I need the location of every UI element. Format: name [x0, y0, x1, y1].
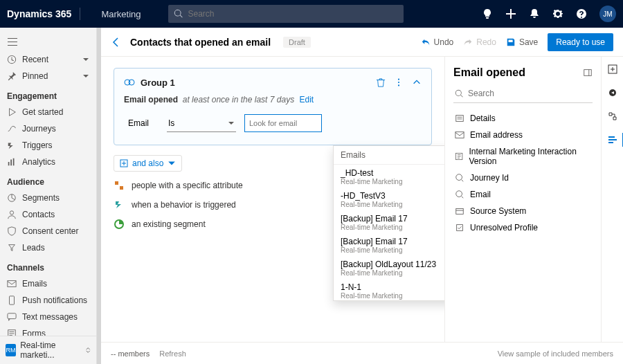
- module-name[interactable]: Marketing: [101, 9, 141, 19]
- email-dropdown: Emails _HD-testReal-time Marketing-HD_Te…: [333, 145, 444, 301]
- svg-point-19: [456, 174, 462, 181]
- section-audience: Audience: [0, 170, 96, 190]
- dropdown-item[interactable]: 1-N-1Real-time Marketing: [334, 279, 444, 300]
- add-pane-icon[interactable]: [607, 64, 618, 75]
- hamburger-icon[interactable]: [0, 32, 96, 51]
- push-icon: [7, 295, 17, 305]
- clock-icon: [7, 55, 17, 64]
- redo-icon: [463, 37, 473, 47]
- sidebar-item-analytics[interactable]: Analytics: [0, 154, 96, 170]
- gear-icon[interactable]: [552, 8, 563, 19]
- dropdown-item[interactable]: -HD_TestV3Real-time Marketing: [334, 188, 444, 210]
- panel-attribute-item[interactable]: Email address: [453, 127, 593, 143]
- dropdown-item[interactable]: [Backup] Email 17Real-time Marketing: [334, 210, 444, 233]
- svg-point-8: [398, 79, 399, 80]
- sidebar-item-get-started[interactable]: Get started: [0, 104, 96, 120]
- panel-attribute-item[interactable]: Email: [453, 186, 593, 203]
- undo-button[interactable]: Undo: [421, 37, 454, 47]
- status-badge: Draft: [283, 37, 311, 48]
- back-button[interactable]: [111, 37, 122, 48]
- expand-icon[interactable]: [583, 68, 593, 78]
- sidebar-item-text[interactable]: Text messages: [0, 309, 96, 325]
- save-button[interactable]: Save: [506, 37, 538, 47]
- panel-attribute-item[interactable]: Journey Id: [453, 170, 593, 186]
- panel-attribute-item[interactable]: Internal Marketing Interaction Version: [453, 143, 593, 170]
- group-icon: [124, 77, 135, 88]
- sms-icon: [7, 312, 17, 322]
- sidebar-item-triggers[interactable]: Triggers: [0, 137, 96, 154]
- behavior-icon: [114, 199, 125, 210]
- sidebar-item-contacts[interactable]: Contacts: [0, 206, 96, 223]
- attr-label: Email: [128, 118, 159, 128]
- dropdown-item[interactable]: [Backup] Email 17Real-time Marketing: [334, 233, 444, 256]
- elements-icon[interactable]: [607, 87, 618, 98]
- chevron-down-icon: [168, 159, 176, 167]
- bell-icon[interactable]: [529, 8, 540, 19]
- panel-search-input[interactable]: [468, 89, 591, 98]
- person-icon: [7, 210, 17, 219]
- search-icon: [174, 9, 183, 19]
- properties-icon[interactable]: [607, 134, 618, 145]
- operator-select[interactable]: Is: [167, 114, 236, 132]
- play-icon: [7, 107, 17, 117]
- svg-rect-5: [8, 330, 16, 336]
- group-card: Group 1 Email opened at least once in th…: [114, 68, 432, 145]
- sidebar-item-push[interactable]: Push notifications: [0, 292, 96, 309]
- plus-icon[interactable]: [505, 8, 516, 19]
- panel-title: Email opened: [453, 66, 525, 79]
- journey-icon: [7, 124, 17, 134]
- pin-icon: [7, 71, 17, 81]
- ready-to-use-button[interactable]: Ready to use: [548, 33, 613, 51]
- refresh-link[interactable]: Refresh: [159, 349, 186, 358]
- dropdown-item[interactable]: _HD-testReal-time Marketing: [334, 165, 444, 188]
- lightbulb-icon[interactable]: [482, 8, 493, 19]
- dropdown-item[interactable]: [Backup] OldLayout 11/23Real-time Market…: [334, 256, 444, 279]
- right-panel: Email opened DetailsEmail addressInterna…: [444, 57, 601, 342]
- sidebar-item-recent[interactable]: Recent: [0, 51, 96, 68]
- help-icon[interactable]: [576, 8, 587, 19]
- segment-icon: [114, 219, 125, 230]
- panel-attribute-item[interactable]: Unresolved Profile: [453, 219, 593, 236]
- sidebar-item-forms[interactable]: Forms: [0, 325, 96, 336]
- add-block-icon: [120, 159, 128, 167]
- leads-icon: [7, 243, 17, 253]
- sidebar-item-pinned[interactable]: Pinned: [0, 68, 96, 84]
- global-search-input[interactable]: [188, 9, 398, 19]
- section-channels: Channels: [0, 256, 96, 275]
- collapse-icon[interactable]: [412, 78, 422, 87]
- sidebar-item-consent[interactable]: Consent center: [0, 223, 96, 239]
- svg-point-20: [456, 191, 462, 197]
- page-title: Contacts that opened an email: [130, 37, 271, 48]
- sidebar-item-segments[interactable]: Segments: [0, 190, 96, 206]
- main-area: Contacts that opened an email Draft Undo…: [101, 28, 623, 364]
- area-selector[interactable]: RM Real-time marketi...: [0, 336, 96, 364]
- panel-attribute-item[interactable]: Details: [453, 110, 593, 127]
- chevron-up-down-icon: [85, 347, 91, 354]
- save-icon: [506, 37, 516, 47]
- edit-link[interactable]: Edit: [299, 95, 314, 104]
- user-avatar[interactable]: JM: [599, 6, 616, 22]
- attr-item-icon: [455, 130, 464, 140]
- sidebar-item-journeys[interactable]: Journeys: [0, 120, 96, 137]
- delete-icon[interactable]: [376, 78, 386, 87]
- global-search[interactable]: [168, 5, 404, 23]
- sidebar-item-leads[interactable]: Leads: [0, 239, 96, 256]
- svg-point-9: [398, 82, 399, 83]
- chevron-down-icon: [82, 73, 89, 80]
- email-lookup-input[interactable]: [244, 114, 322, 132]
- shield-icon: [7, 226, 17, 236]
- members-count: -- members: [111, 349, 150, 358]
- svg-point-1: [10, 211, 13, 215]
- attr-item-icon: [455, 173, 464, 183]
- panel-search[interactable]: [453, 86, 593, 103]
- mail-icon: [7, 279, 17, 289]
- flow-icon[interactable]: [607, 111, 618, 122]
- more-vert-icon[interactable]: [394, 78, 404, 87]
- command-bar: Contacts that opened an email Draft Undo…: [101, 28, 623, 57]
- and-also-button[interactable]: and also: [114, 155, 182, 172]
- redo-button[interactable]: Redo: [463, 37, 496, 47]
- sidebar-item-emails[interactable]: Emails: [0, 275, 96, 292]
- panel-attribute-item[interactable]: Source System: [453, 203, 593, 219]
- svg-rect-16: [456, 116, 464, 122]
- view-sample-link[interactable]: View sample of included members: [498, 349, 613, 358]
